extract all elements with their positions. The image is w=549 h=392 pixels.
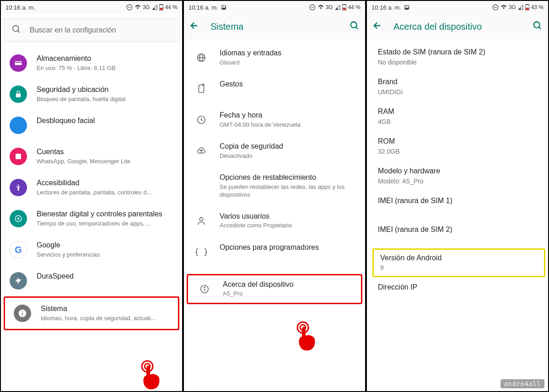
signal-icon (518, 5, 523, 10)
brand-title: Brand (378, 77, 540, 87)
ip-title: Dirección IP (378, 283, 540, 292)
android-title: Versión de Android (380, 253, 538, 263)
list-item-reset[interactable]: Opciones de restablecimientoSe pueden re… (184, 166, 365, 205)
list-item-storage[interactable]: AlmacenamientoEn uso: 75 % - Libre: 8,11… (1, 48, 182, 79)
page-title: Sistema (210, 21, 339, 32)
list-item-sim-state[interactable]: Estado de SIM (ranura de SIM 2)No dispon… (370, 42, 548, 72)
rom-title: ROM (378, 137, 540, 146)
list-item-languages[interactable]: Idiomas y entradasGboard (184, 42, 365, 73)
backup-sub: Desactivado (220, 152, 357, 160)
info-icon (195, 280, 214, 298)
list-item-security[interactable]: Seguridad y ubicaciónBloqueo de pantalla… (1, 79, 182, 110)
sim-title: Estado de SIM (ranura de SIM 2) (378, 48, 540, 57)
list-item-imei1[interactable]: IMEI (ranura de SIM 1) (370, 191, 548, 220)
gesture-icon (192, 80, 210, 98)
list-item-accessibility[interactable]: AccesibilidadLectores de pantalla, panta… (1, 172, 182, 203)
clock-text: 10:16 a. m. (371, 4, 401, 11)
svg-point-33 (199, 217, 203, 220)
wifi-icon (135, 4, 141, 11)
status-bar: 10:16 a. m. 3G 44 % (1, 1, 182, 14)
svg-point-36 (204, 287, 205, 288)
about-sub: A5_Pro (223, 290, 354, 298)
security-sub: Bloqueo de pantalla, huella digital (37, 96, 174, 103)
list-item-duraspeed[interactable]: DuraSpeed (1, 265, 182, 296)
reset-sub: Se pueden restablecer las redes, las app… (220, 183, 357, 199)
status-bar: 10:16 a. m. 3G 44 % (184, 1, 365, 14)
list-item-rom[interactable]: ROM32.0GB (370, 131, 548, 161)
clock-text: 10:16 a. m. (5, 4, 35, 11)
settings-search-box[interactable]: Buscar en la configuración (4, 18, 179, 42)
back-icon[interactable] (372, 21, 382, 32)
person-icon (192, 212, 210, 230)
svg-point-20 (222, 6, 223, 7)
dnd-icon (126, 4, 133, 11)
list-item-developer[interactable]: { } Opciones para programadores (184, 236, 365, 268)
imei1-title: IMEI (ranura de SIM 1) (378, 196, 540, 206)
gestures-title: Gestos (220, 80, 357, 89)
clock-text: 10:16 a. m. (188, 4, 218, 11)
search-placeholder: Buscar en la configuración (30, 26, 116, 34)
list-item-datetime[interactable]: Fecha y horaGMT-04:00 hora de Venezuela (184, 104, 365, 135)
screenshot-3-about: 10:16 a. m. 3G 43 % Acerca del dispositi… (366, 0, 549, 392)
android-sub: 9 (380, 263, 538, 272)
accessibility-sub: Lectores de pantalla, pantalla, controle… (37, 189, 174, 197)
list-item-brand[interactable]: BrandUMIDIGI (370, 72, 548, 102)
svg-line-27 (356, 27, 358, 29)
about-title: Acerca del dispositivo (223, 280, 354, 290)
list-item-backup[interactable]: Copia de seguridadDesactivado (184, 135, 365, 166)
list-item-gestures[interactable]: Gestos (184, 73, 365, 104)
svg-rect-45 (526, 8, 528, 10)
datetime-sub: GMT-04:00 hora de Venezuela (220, 121, 357, 129)
list-item-system[interactable]: SistemaIdiomas, hora, copia de seguridad… (4, 296, 179, 330)
list-item-model[interactable]: Modelo y hardwareModelo: A5_Pro (370, 161, 548, 191)
list-item-ip[interactable]: Dirección IP (370, 277, 548, 304)
wifi-icon (501, 4, 507, 11)
search-icon[interactable] (533, 21, 543, 32)
list-item-face-unlock[interactable]: Desbloqueo facial (1, 110, 182, 141)
svg-line-6 (18, 31, 20, 33)
lang-sub: Gboard (220, 59, 357, 67)
model-title: Modelo y hardware (378, 166, 540, 176)
model-sub: Modelo: A5_Pro (378, 177, 540, 185)
ram-title: RAM (378, 107, 540, 117)
list-item-accounts[interactable]: CuentasWhatsApp, Google, Messenger Lite (1, 141, 182, 172)
dev-title: Opciones para programadores (220, 243, 357, 252)
users-title: Varios usuarios (220, 212, 357, 221)
list-item-wellbeing[interactable]: Bienestar digital y controles parentales… (1, 203, 182, 234)
list-item-ram[interactable]: RAM4GB (370, 102, 548, 131)
wellbeing-sub: Tiempo de uso, temporizadores de apps, .… (37, 220, 174, 228)
sim-sub: No disponible (378, 58, 540, 66)
dnd-icon (492, 4, 499, 11)
title-bar: Acerca del dispositivo (367, 14, 548, 39)
battery-text: 43 % (531, 4, 544, 11)
battery-icon (525, 4, 529, 11)
network-text: 3G (509, 4, 516, 11)
security-title: Seguridad y ubicación (37, 85, 174, 95)
ram-sub: 4GB (378, 118, 540, 126)
svg-rect-25 (343, 8, 345, 10)
list-item-imei2[interactable]: IMEI (ranura de SIM 2) (370, 220, 548, 248)
page-title: Acerca del dispositivo (393, 21, 522, 32)
svg-rect-16 (22, 311, 23, 312)
svg-point-40 (405, 6, 406, 7)
list-item-google[interactable]: G GoogleServicios y preferencias (1, 234, 182, 265)
svg-rect-15 (22, 312, 23, 316)
storage-sub: En uso: 75 % - Libre: 8,11 GB (37, 64, 174, 72)
search-icon[interactable] (350, 21, 360, 32)
system-list: Idiomas y entradasGboard Gestos Fecha y … (184, 39, 365, 391)
svg-point-26 (351, 22, 357, 28)
list-item-users[interactable]: Varios usuariosAccediste como Propietari… (184, 205, 365, 236)
dnd-icon (309, 4, 316, 11)
reset-title: Opciones de restablecimiento (220, 173, 357, 183)
battery-icon (159, 4, 163, 11)
duraspeed-title: DuraSpeed (37, 272, 174, 281)
braces-icon: { } (192, 243, 210, 261)
wifi-icon (318, 4, 324, 11)
back-icon[interactable] (189, 21, 199, 32)
list-item-android-version[interactable]: Versión de Android9 (372, 248, 545, 277)
svg-rect-31 (199, 85, 204, 93)
battery-text: 44 % (348, 4, 361, 11)
list-item-about-device[interactable]: Acerca del dispositivoA5_Pro (187, 274, 362, 304)
datetime-title: Fecha y hora (220, 111, 357, 120)
backup-title: Copia de seguridad (220, 142, 357, 151)
